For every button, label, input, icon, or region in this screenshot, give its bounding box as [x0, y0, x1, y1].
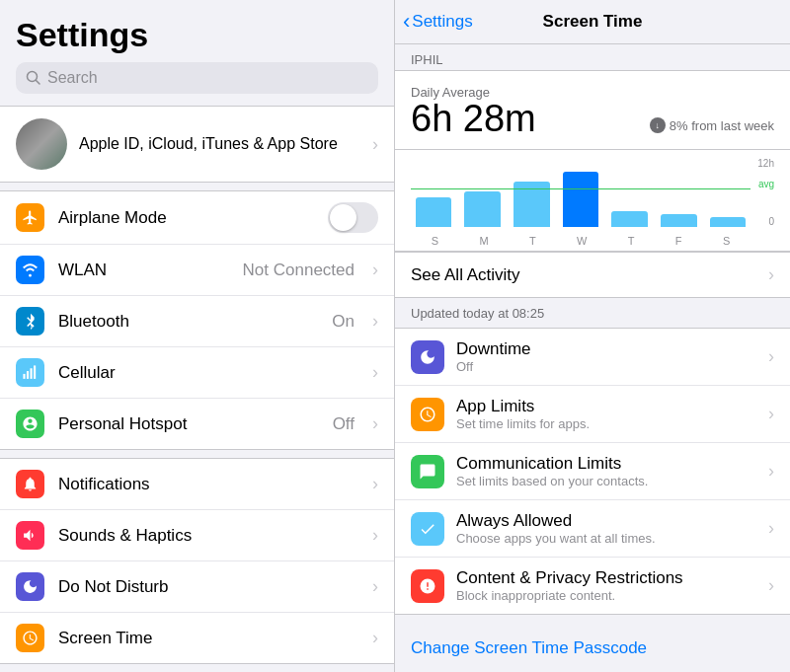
svg-rect-3 [27, 371, 29, 379]
hotspot-label: Personal Hotspot [58, 414, 319, 434]
settings-row-screen-time[interactable]: Screen Time › [0, 613, 394, 663]
cellular-label: Cellular [58, 363, 358, 383]
always-allowed-label: Always Allowed [456, 511, 756, 531]
content-privacy-label: Content & Privacy Restrictions [456, 568, 756, 588]
see-all-row[interactable]: See All Activity › [395, 252, 790, 298]
right-content: IPHIL Daily Average 6h 28m ↓ 8% from las… [395, 44, 790, 672]
bar [563, 172, 599, 227]
chart-area: 12h 0 avg SMTWTFS [395, 150, 790, 252]
chart-bars [411, 162, 750, 227]
search-bar[interactable]: Search [16, 62, 378, 94]
section-header-label: IPHIL [411, 52, 443, 67]
downtime-text: DowntimeOff [456, 339, 756, 374]
chart-container: 12h 0 avg SMTWTFS [411, 158, 774, 247]
always-allowed-icon [411, 512, 444, 546]
settings-row-cellular[interactable]: Cellular › [0, 347, 394, 399]
comm-limits-chevron: › [768, 461, 774, 482]
profile-row[interactable]: Apple ID, iCloud, iTunes & App Store › [0, 106, 394, 183]
bar [611, 211, 648, 228]
notifications-chevron: › [372, 474, 378, 494]
daily-avg-section: Daily Average 6h 28m ↓ 8% from last week [395, 70, 790, 150]
comm-limits-icon [411, 455, 444, 488]
svg-rect-8 [427, 588, 429, 590]
settings-title: Settings [0, 0, 394, 62]
bar-group [509, 162, 554, 227]
arrow-down-icon: ↓ [650, 117, 666, 133]
settings-row-wlan[interactable]: WLAN Not Connected › [0, 245, 394, 296]
updated-text: Updated today at 08:25 [411, 306, 544, 321]
change-text: 8% from last week [670, 118, 774, 133]
settings-row-bluetooth[interactable]: Bluetooth On › [0, 296, 394, 347]
nav-header: ‹ Settings Screen Time [395, 0, 790, 44]
svg-rect-4 [31, 368, 33, 379]
svg-line-1 [37, 81, 40, 85]
chart-x-label: T [628, 235, 635, 247]
airplane-mode-icon [16, 203, 44, 232]
comm-limits-label: Communication Limits [456, 454, 756, 474]
chart-x-label: S [723, 235, 730, 247]
airplane-mode-toggle[interactable] [328, 202, 378, 233]
nav-title: Screen Time [543, 12, 643, 32]
svg-rect-5 [34, 365, 36, 378]
bar-group [460, 162, 506, 227]
screen-time-icon [16, 624, 44, 652]
bar [661, 214, 697, 227]
bluetooth-value: On [332, 312, 355, 332]
downtime-icon [411, 340, 444, 374]
chart-x-label: W [577, 235, 587, 247]
bar-group [657, 162, 702, 227]
toggle-knob [330, 204, 356, 231]
chart-x-label: M [479, 235, 488, 247]
st-row-comm-limits[interactable]: Communication LimitsSet limits based on … [395, 443, 790, 500]
st-row-downtime[interactable]: DowntimeOff› [395, 329, 790, 386]
st-row-app-limits[interactable]: App LimitsSet time limits for apps.› [395, 386, 790, 443]
nav-back-button[interactable]: ‹ Settings [403, 11, 473, 33]
settings-row-hotspot[interactable]: Personal Hotspot Off › [0, 399, 394, 449]
bar-group [607, 162, 653, 227]
bar-group [705, 162, 750, 227]
settings-row-sounds[interactable]: Sounds & Haptics › [0, 510, 394, 561]
bar [464, 191, 501, 227]
section-2: Notifications › Sounds & Haptics › Do No… [0, 458, 394, 664]
avg-line [411, 188, 750, 189]
notifications-icon [16, 470, 44, 498]
always-allowed-chevron: › [768, 518, 774, 539]
wlan-label: WLAN [58, 261, 229, 280]
app-limits-text: App LimitsSet time limits for apps. [456, 397, 756, 431]
app-limits-chevron: › [768, 404, 774, 424]
settings-row-airplane-mode[interactable]: Airplane Mode [0, 191, 394, 245]
app-limits-label: App Limits [456, 397, 756, 416]
back-chevron-icon: ‹ [403, 11, 410, 33]
chart-x-label: F [675, 235, 682, 247]
content-privacy-icon [411, 569, 444, 603]
updated-bar: Updated today at 08:25 [395, 298, 790, 328]
chart-x-label: T [529, 235, 536, 247]
search-placeholder: Search [47, 69, 98, 87]
st-row-always-allowed[interactable]: Always AllowedChoose apps you want at al… [395, 500, 790, 558]
bar-group [411, 162, 456, 227]
bluetooth-chevron: › [372, 311, 378, 332]
sounds-label: Sounds & Haptics [58, 526, 358, 546]
dnd-label: Do Not Disturb [58, 577, 358, 597]
profile-label: Apple ID, iCloud, iTunes & App Store [79, 135, 338, 152]
settings-row-dnd[interactable]: Do Not Disturb › [0, 561, 394, 613]
see-all-chevron: › [768, 264, 774, 285]
chart-x-label: S [432, 235, 438, 247]
right-panel: ‹ Settings Screen Time IPHIL Daily Avera… [395, 0, 790, 672]
y-label-min: 0 [768, 216, 774, 227]
st-row-content-privacy[interactable]: Content & Privacy RestrictionsBlock inap… [395, 558, 790, 614]
airplane-mode-label: Airplane Mode [58, 208, 314, 228]
settings-row-notifications[interactable]: Notifications › [0, 459, 394, 510]
content-privacy-chevron: › [768, 575, 774, 596]
section-1: Airplane Mode WLAN Not Connected › Bluet… [0, 190, 394, 450]
hotspot-value: Off [333, 414, 355, 434]
bar [710, 217, 747, 227]
chart-x-labels: SMTWTFS [411, 235, 750, 247]
sounds-chevron: › [372, 525, 378, 546]
change-passcode-section[interactable]: Change Screen Time Passcode [395, 623, 790, 672]
change-passcode-link: Change Screen Time Passcode [411, 638, 647, 657]
screen-time-label: Screen Time [58, 629, 358, 648]
content-privacy-text: Content & Privacy RestrictionsBlock inap… [456, 568, 756, 603]
nav-back-label: Settings [412, 12, 472, 32]
profile-text: Apple ID, iCloud, iTunes & App Store [79, 135, 360, 153]
